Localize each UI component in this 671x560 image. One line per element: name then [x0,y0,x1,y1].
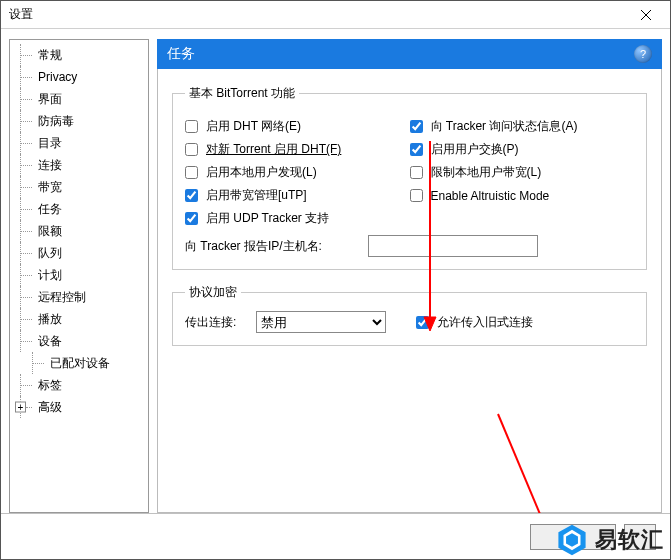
footer: 确定 [1,513,670,559]
sidebar-item-ui[interactable]: 界面 [10,88,148,110]
sidebar-item-label: 界面 [38,92,62,106]
checkbox-enable-dht[interactable]: 启用 DHT 网络(E) [185,118,301,135]
checkbox-ask-tracker-label: 向 Tracker 询问状态信息(A) [431,118,578,135]
close-button[interactable] [626,2,666,28]
annotation-arrow-icon [658,411,662,513]
sidebar-item-paired[interactable]: 已配对设备 [10,352,148,374]
sidebar-item-connection[interactable]: 连接 [10,154,148,176]
sidebar-item-antivirus[interactable]: 防病毒 [10,110,148,132]
close-icon [641,10,651,20]
group-basic-legend: 基本 BitTorrent 功能 [185,85,299,102]
group-basic-bittorrent: 基本 BitTorrent 功能 启用 DHT 网络(E) 向 Tracke [172,85,647,270]
checkbox-ask-tracker[interactable]: 向 Tracker 询问状态信息(A) [410,118,578,135]
titlebar: 设置 [1,1,670,29]
sidebar: 常规Privacy界面防病毒目录连接带宽任务限额队列计划远程控制播放设备已配对设… [9,39,149,513]
checkbox-local-discovery[interactable]: 启用本地用户发现(L) [185,164,317,181]
sidebar-item-label: 队列 [38,246,62,260]
window-title: 设置 [9,6,33,23]
checkbox-udp-tracker-label: 启用 UDP Tracker 支持 [206,210,329,227]
sidebar-item-label: 设备 [38,334,62,348]
ok-button[interactable]: 确定 [530,524,616,550]
sidebar-item-label: 远程控制 [38,290,86,304]
checkbox-local-discovery-input[interactable] [185,166,198,179]
annotation-arrow-icon [493,409,573,513]
panel-body: 基本 BitTorrent 功能 启用 DHT 网络(E) 向 Tracke [157,69,662,513]
checkbox-enable-pex[interactable]: 启用用户交换(P) [410,141,519,158]
window-body: 常规Privacy界面防病毒目录连接带宽任务限额队列计划远程控制播放设备已配对设… [1,29,670,513]
sidebar-item-schedule[interactable]: 计划 [10,264,148,286]
secondary-button[interactable] [624,524,656,550]
checkbox-new-torrent-dht[interactable]: 对新 Torrent 启用 DHT(F) [185,141,341,158]
sidebar-item-label: 高级 [38,400,62,414]
ok-button-label: 确定 [561,528,585,545]
sidebar-item-devices[interactable]: 设备 [10,330,148,352]
checkbox-ask-tracker-input[interactable] [410,120,423,133]
checkbox-allow-legacy-input[interactable] [416,316,429,329]
sidebar-item-label: 播放 [38,312,62,326]
checkbox-enable-dht-label: 启用 DHT 网络(E) [206,118,301,135]
checkbox-enable-dht-input[interactable] [185,120,198,133]
sidebar-item-advanced[interactable]: +高级 [10,396,148,418]
sidebar-item-label: 带宽 [38,180,62,194]
checkbox-limit-local-bw[interactable]: 限制本地用户带宽(L) [410,164,542,181]
panel-header: 任务 ? [157,39,662,69]
sidebar-item-label: 限额 [38,224,62,238]
checkbox-allow-legacy-label: 允许传入旧式连接 [437,314,533,331]
checkbox-local-discovery-label: 启用本地用户发现(L) [206,164,317,181]
sidebar-item-label: 计划 [38,268,62,282]
outgoing-label: 传出连接: [185,314,236,331]
help-icon[interactable]: ? [634,45,652,63]
checkbox-altruistic-input[interactable] [410,189,423,202]
sidebar-item-label: 已配对设备 [50,356,110,370]
expander-icon[interactable]: + [15,402,26,413]
sidebar-item-privacy[interactable]: Privacy [10,66,148,88]
panel: 任务 ? 基本 BitTorrent 功能 启用 DHT 网络(E) [157,39,662,513]
sidebar-item-general[interactable]: 常规 [10,44,148,66]
checkbox-allow-legacy[interactable]: 允许传入旧式连接 [416,314,533,331]
checkbox-limit-local-bw-input[interactable] [410,166,423,179]
checkbox-utp-label: 启用带宽管理[uTP] [206,187,307,204]
sidebar-item-remote[interactable]: 远程控制 [10,286,148,308]
sidebar-item-directory[interactable]: 目录 [10,132,148,154]
panel-title: 任务 [167,45,195,63]
checkbox-utp[interactable]: 启用带宽管理[uTP] [185,187,307,204]
checkbox-new-torrent-dht-input[interactable] [185,143,198,156]
group-protocol-encryption: 协议加密 传出连接: 禁用 允许传入旧式连接 [172,284,647,346]
sidebar-item-label: 任务 [38,202,62,216]
report-ip-input[interactable] [368,235,538,257]
checkbox-altruistic[interactable]: Enable Altruistic Mode [410,189,550,203]
report-ip-label: 向 Tracker 报告IP/主机名: [185,238,322,255]
sidebar-item-bandwidth[interactable]: 带宽 [10,176,148,198]
outgoing-select[interactable]: 禁用 [256,311,386,333]
sidebar-item-label: 常规 [38,48,62,62]
sidebar-item-labels[interactable]: 标签 [10,374,148,396]
sidebar-item-label: Privacy [38,70,77,84]
sidebar-item-label: 连接 [38,158,62,172]
checkbox-udp-tracker-input[interactable] [185,212,198,225]
settings-window: 设置 常规Privacy界面防病毒目录连接带宽任务限额队列计划远程控制播放设备已… [0,0,671,560]
checkbox-altruistic-label: Enable Altruistic Mode [431,189,550,203]
sidebar-item-quota[interactable]: 限额 [10,220,148,242]
checkbox-limit-local-bw-label: 限制本地用户带宽(L) [431,164,542,181]
checkbox-udp-tracker[interactable]: 启用 UDP Tracker 支持 [185,210,329,227]
sidebar-item-label: 防病毒 [38,114,74,128]
sidebar-item-queue[interactable]: 队列 [10,242,148,264]
group-enc-legend: 协议加密 [185,284,241,301]
checkbox-enable-pex-label: 启用用户交换(P) [431,141,519,158]
checkbox-new-torrent-dht-label: 对新 Torrent 启用 DHT(F) [206,141,341,158]
sidebar-item-playback[interactable]: 播放 [10,308,148,330]
sidebar-item-label: 目录 [38,136,62,150]
sidebar-item-tasks[interactable]: 任务 [10,198,148,220]
checkbox-utp-input[interactable] [185,189,198,202]
checkbox-enable-pex-input[interactable] [410,143,423,156]
svg-line-4 [498,414,558,513]
sidebar-item-label: 标签 [38,378,62,392]
